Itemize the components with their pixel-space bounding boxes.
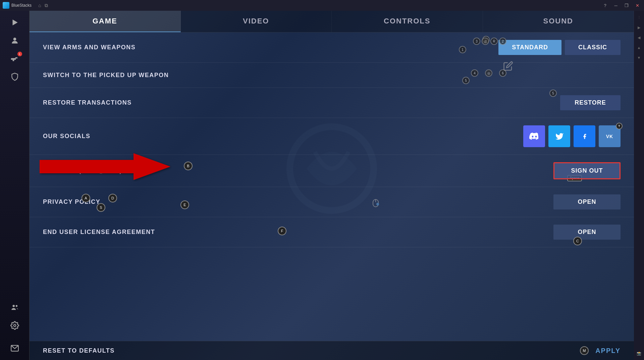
svg-point-5 [12, 305, 15, 307]
classic-button[interactable]: CLASSIC [565, 40, 621, 55]
key-E-badge: E [180, 200, 189, 209]
socials-actions: VK T [523, 125, 621, 147]
privacy-policy-actions: OPEN [553, 194, 621, 209]
key-A-badge: A [82, 194, 90, 202]
window-controls: ? ─ ❐ ✕ [601, 1, 641, 9]
right-sidebar-item-2[interactable]: ▶ [635, 23, 643, 32]
mouse-icon [372, 199, 380, 209]
discord-button[interactable] [523, 125, 545, 147]
switch-weapon-label: SWITCH TO THE PICKED UP WEAPON [43, 72, 621, 79]
sidebar-item-friends[interactable] [5, 299, 25, 316]
settings-area: VIEW ARMS AND WEAPONS STANDARD CLASSIC G… [30, 33, 634, 341]
key-T-badge: T [616, 123, 623, 129]
key-D-badge: D [108, 194, 117, 202]
key-2-badge: 2 [499, 38, 506, 45]
sidebar-item-mail[interactable] [5, 340, 25, 357]
standard-button[interactable]: STANDARD [498, 40, 561, 55]
right-sidebar: ⋮ ▶ ◀ ▲ ▼ 📸 [634, 11, 644, 360]
row-restore-transactions: RESTORE TRANSACTIONS RESTORE 5 [30, 88, 634, 118]
tab-game[interactable]: GAME [30, 11, 181, 32]
key-B-badge: B [184, 162, 193, 170]
titlebar-nav-icons: ⌂ ⧉ [38, 3, 48, 8]
svg-rect-2 [11, 58, 16, 60]
eula-label: END USER LICENSE AGREEMENT [43, 229, 553, 236]
row-privacy-policy: PRIVACY POLICY A D S E OPEN [30, 187, 634, 217]
vk-label: VK [606, 134, 613, 139]
minimize-button[interactable]: ─ [612, 1, 620, 9]
restore-actions: RESTORE [560, 95, 621, 110]
help-button[interactable]: ? [601, 1, 609, 9]
key-M-badge: M [580, 346, 589, 355]
sidebar-item-shield[interactable] [5, 68, 25, 85]
svg-rect-4 [12, 60, 14, 61]
edit-icon [503, 61, 513, 71]
view-arms-label: VIEW ARMS AND WEAPONS [43, 44, 498, 51]
vk-button[interactable]: VK T [599, 125, 621, 147]
twitter-button[interactable] [548, 125, 570, 147]
row-our-socials: OUR SOCIALS VK T [30, 118, 634, 155]
tab-sound[interactable]: SOUND [483, 11, 634, 32]
view-arms-actions: STANDARD CLASSIC [498, 40, 621, 55]
sign-out-button[interactable]: SIGN OUT [553, 162, 621, 179]
right-sidebar-item-3[interactable]: ◀ [635, 34, 643, 42]
sidebar-item-play[interactable] [5, 14, 25, 31]
key-4-badge: 4 [471, 69, 478, 77]
key-W-badge: W [97, 165, 105, 174]
row-account-facebook: ACCOUNT (FACEBOOK) W B SIGN OUT S [30, 155, 634, 187]
key-1-badge: 1 [459, 46, 466, 53]
key-S-badge: S [97, 203, 105, 212]
key-F-badge: F [278, 227, 286, 235]
right-sidebar-item-1[interactable]: ⋮ [635, 13, 643, 21]
main-content: GAME VIDEO CONTROLS SOUND VIEW ARMS AND … [30, 11, 634, 360]
row-switch-weapon: SWITCH TO THE PICKED UP WEAPON 4 ◎ 6 5 [30, 63, 634, 88]
svg-point-13 [376, 203, 379, 205]
key-R-badge: R [490, 38, 498, 45]
key-3-badge: 3 [473, 38, 480, 45]
account-facebook-actions: SIGN OUT [553, 162, 621, 179]
row-view-arms: VIEW ARMS AND WEAPONS STANDARD CLASSIC G… [30, 33, 634, 63]
svg-marker-10 [40, 153, 170, 180]
sidebar-item-settings[interactable] [5, 317, 25, 334]
facebook-button[interactable] [574, 125, 595, 147]
titlebar: BlueStacks ⌂ ⧉ ? ─ ❐ ✕ [0, 0, 644, 11]
account-facebook-label: ACCOUNT (FACEBOOK) [43, 167, 553, 174]
svg-marker-0 [12, 19, 17, 25]
tab-video[interactable]: VIDEO [181, 11, 332, 32]
right-sidebar-item-6[interactable]: 📸 [635, 349, 643, 357]
svg-point-1 [13, 38, 16, 41]
close-button[interactable]: ✕ [633, 1, 641, 9]
reset-defaults-label: RESET TO DEFAULTS [43, 347, 580, 354]
restore-transactions-label: RESTORE TRANSACTIONS [43, 99, 560, 106]
privacy-policy-label: PRIVACY POLICY [43, 198, 553, 205]
key-5b-badge: 5 [549, 89, 557, 97]
our-socials-label: OUR SOCIALS [43, 133, 523, 140]
eula-actions: OPEN [553, 225, 621, 240]
eula-open-button[interactable]: OPEN [553, 225, 621, 240]
svg-rect-3 [15, 57, 17, 58]
key-joystick2-badge: ◎ [485, 69, 492, 77]
home-icon[interactable]: ⌂ [38, 3, 41, 8]
multi-icon[interactable]: ⧉ [45, 3, 48, 8]
bottom-bar: RESET TO DEFAULTS M APPLY [30, 341, 634, 360]
restore-button[interactable]: ❐ [623, 1, 631, 9]
tab-controls[interactable]: CONTROLS [332, 11, 483, 32]
svg-point-6 [15, 305, 17, 307]
right-sidebar-item-4[interactable]: ▲ [635, 44, 643, 52]
key-C-badge: C [573, 237, 582, 245]
tab-bar: GAME VIDEO CONTROLS SOUND [30, 11, 634, 33]
restore-button[interactable]: RESTORE [560, 95, 621, 110]
privacy-policy-open-button[interactable]: OPEN [553, 194, 621, 209]
app-title: BlueStacks [11, 3, 32, 8]
key-joystick-badge: ◎ [482, 38, 489, 45]
sidebar-item-gun[interactable]: 1 [5, 50, 25, 67]
key-5-badge: 5 [462, 77, 470, 84]
row-eula: END USER LICENSE AGREEMENT F OPEN C [30, 217, 634, 247]
apply-button[interactable]: APPLY [595, 347, 621, 355]
right-sidebar-item-5[interactable]: ▼ [635, 54, 643, 62]
red-arrow [40, 152, 174, 182]
sidebar-item-profile[interactable] [5, 32, 25, 49]
gun-badge: 1 [17, 52, 22, 56]
left-sidebar: 1 [0, 11, 30, 360]
svg-point-7 [13, 324, 16, 327]
app-logo [3, 2, 9, 9]
